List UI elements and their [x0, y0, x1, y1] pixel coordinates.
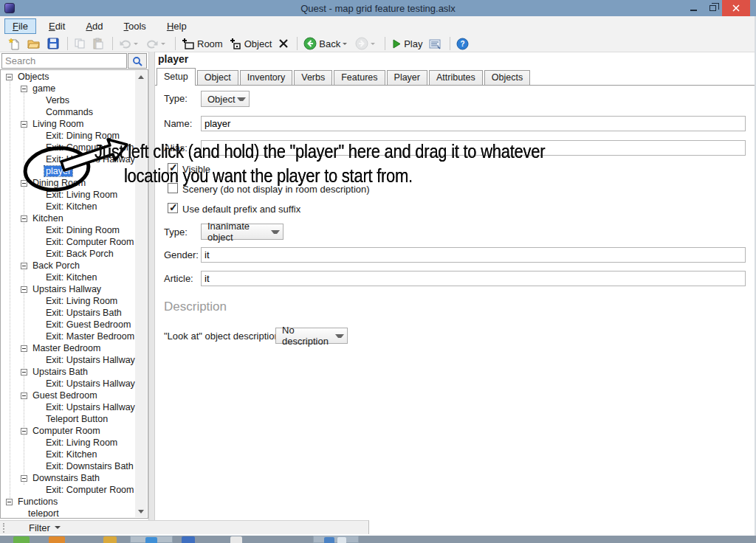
editor-tab[interactable]: Attributes [429, 70, 483, 85]
tree-scrollbar[interactable] [135, 71, 147, 517]
taskbar-icon[interactable] [13, 536, 30, 543]
tree-item[interactable]: Exit: Guest Bedroom [1, 319, 135, 331]
visible-checkbox[interactable] [168, 163, 178, 173]
add-room-button[interactable]: Room [179, 36, 225, 51]
tree-item[interactable]: Upstairs Bath [1, 366, 135, 378]
collapse-icon[interactable] [21, 392, 27, 399]
tree-item[interactable]: Guest Bedroom [1, 390, 135, 401]
panel-splitter[interactable] [148, 52, 155, 534]
taskbar-icon[interactable] [230, 536, 242, 543]
redo-button[interactable] [144, 36, 169, 51]
tree-item[interactable]: Teleport Button [1, 413, 135, 425]
close-button[interactable] [722, 0, 750, 16]
tree-item[interactable]: Exit: Downstairs Bath [1, 460, 135, 472]
tree-item[interactable]: Verbs [1, 94, 135, 106]
tree-item[interactable]: Computer Room [1, 425, 135, 437]
collapse-icon[interactable] [21, 286, 27, 293]
collapse-icon[interactable] [21, 121, 27, 128]
tree-item[interactable]: Exit: Upstairs Hallway [1, 153, 135, 165]
tree-item[interactable]: game [1, 83, 135, 94]
tree-item[interactable]: Commands [1, 106, 135, 118]
scroll-down-icon[interactable] [135, 505, 147, 517]
open-button[interactable] [25, 36, 43, 51]
undo-button[interactable] [117, 36, 142, 51]
paste-button[interactable] [90, 36, 106, 51]
menu-item[interactable]: Tools [116, 18, 154, 34]
tree-item[interactable]: Exit: Dining Room [1, 224, 135, 236]
editor-tab[interactable]: Features [334, 70, 385, 85]
collapse-icon[interactable] [21, 369, 27, 376]
new-file-button[interactable] [6, 36, 23, 51]
back-button[interactable]: Back [301, 36, 351, 51]
menu-item[interactable]: File [4, 18, 36, 34]
tree-item[interactable]: Functions [1, 496, 135, 508]
editor-tab[interactable]: Setup [157, 68, 196, 86]
tree-item[interactable]: Exit: Computer Room [1, 484, 135, 496]
tree-item[interactable]: Dining Room [1, 177, 135, 189]
tree-item[interactable]: Exit: Living Room [1, 295, 135, 307]
collapse-icon[interactable] [21, 475, 27, 482]
scenery-checkbox[interactable] [168, 183, 178, 193]
object-type-dropdown[interactable]: Inanimate object [201, 224, 284, 240]
tree-item[interactable]: Exit: Living Room [1, 189, 135, 201]
forward-button[interactable] [353, 36, 379, 51]
maximize-button[interactable] [703, 0, 722, 16]
tree-item[interactable]: Exit: Kitchen [1, 201, 135, 212]
tree-item[interactable]: Objects [1, 71, 135, 83]
save-button[interactable] [45, 36, 61, 51]
tree-item[interactable]: Exit: Living Room [1, 437, 135, 449]
menu-item[interactable]: Edit [41, 18, 73, 34]
tree-item[interactable]: Downstairs Bath [1, 472, 135, 484]
collapse-icon[interactable] [21, 263, 27, 269]
tree-item[interactable]: Exit: Upstairs Hallway [1, 354, 135, 366]
tree-item[interactable]: Exit: Dining Room [1, 130, 135, 142]
tree-item[interactable]: Exit: Back Porch [1, 248, 135, 260]
collapse-icon[interactable] [6, 74, 13, 80]
tree-item[interactable]: Exit: Computer Room [1, 236, 135, 248]
tree-item[interactable]: Master Bedroom [1, 342, 135, 354]
collapse-icon[interactable] [6, 499, 13, 505]
help-button[interactable]: ? [454, 36, 471, 51]
tree-item[interactable]: Exit: Upstairs Hallway [1, 401, 135, 413]
tree-item[interactable]: Exit: Computer Room [1, 142, 135, 153]
editor-tab[interactable]: Inventory [240, 70, 292, 85]
filter-button[interactable]: Filter [29, 522, 50, 533]
search-button[interactable] [128, 53, 147, 69]
tree-item[interactable]: Exit: Kitchen [1, 449, 135, 460]
menu-item[interactable]: Add [78, 18, 111, 34]
alias-field[interactable] [201, 140, 746, 156]
filter-dropdown-icon[interactable] [55, 526, 61, 532]
delete-button[interactable] [276, 36, 291, 51]
add-object-button[interactable]: Object [227, 36, 275, 51]
article-field[interactable] [201, 271, 746, 286]
minimize-button[interactable] [684, 0, 703, 16]
tree-item[interactable]: Living Room [1, 118, 135, 130]
collapse-icon[interactable] [21, 215, 27, 222]
tree-item[interactable]: teleport [1, 508, 135, 517]
taskbar-icon[interactable] [182, 536, 195, 543]
collapse-icon[interactable] [21, 428, 27, 435]
name-field[interactable] [201, 116, 746, 131]
menu-item[interactable]: Help [159, 18, 195, 34]
tree-item[interactable]: player [1, 165, 135, 177]
code-view-button[interactable] [427, 36, 444, 51]
taskbar-app-button[interactable] [313, 536, 359, 543]
type-dropdown[interactable]: Object [201, 91, 250, 107]
tree-item[interactable]: Exit: Upstairs Hallway [1, 378, 135, 390]
collapse-icon[interactable] [21, 180, 27, 187]
editor-tab[interactable]: Verbs [294, 70, 332, 85]
editor-tab[interactable]: Objects [484, 70, 530, 85]
tree-item[interactable]: Back Porch [1, 260, 135, 272]
gender-field[interactable] [201, 247, 746, 263]
copy-button[interactable] [72, 36, 88, 51]
collapse-icon[interactable] [21, 86, 27, 92]
taskbar-icon[interactable] [49, 536, 65, 543]
tree-item[interactable]: Exit: Upstairs Bath [1, 307, 135, 319]
scroll-up-icon[interactable] [135, 71, 147, 83]
taskbar-app-button[interactable] [130, 536, 173, 543]
tree-item[interactable]: Exit: Kitchen [1, 272, 135, 283]
tree-item[interactable]: Kitchen [1, 212, 135, 224]
editor-tab[interactable]: Player [387, 70, 427, 85]
tree-item[interactable]: Exit: Master Bedroom [1, 331, 135, 342]
lookat-dropdown[interactable]: No description [275, 328, 348, 344]
